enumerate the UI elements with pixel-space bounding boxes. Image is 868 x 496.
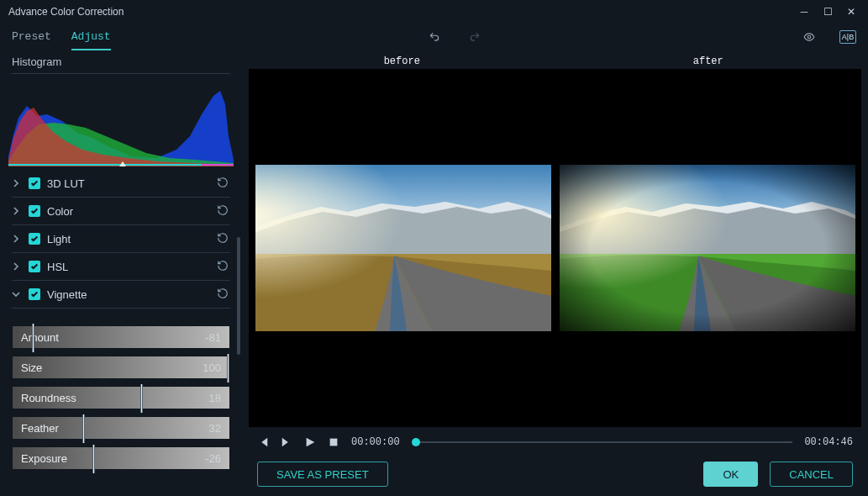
chevron-right-icon bbox=[12, 231, 22, 246]
slider-exposure[interactable]: Exposure -26 bbox=[12, 446, 230, 470]
sidebar-scrollbar[interactable] bbox=[237, 237, 240, 355]
chevron-right-icon bbox=[12, 259, 22, 274]
histogram-label: Histogram bbox=[12, 50, 230, 74]
total-time: 00:04:46 bbox=[804, 436, 853, 448]
checkbox-light[interactable] bbox=[29, 233, 40, 245]
chevron-down-icon bbox=[12, 287, 22, 302]
reset-icon[interactable] bbox=[217, 232, 230, 245]
transport-controls: 00:00:00 00:04:46 bbox=[249, 427, 861, 457]
section-label: Color bbox=[47, 205, 210, 218]
svg-point-0 bbox=[808, 35, 811, 39]
svg-rect-10 bbox=[330, 439, 338, 446]
reset-icon[interactable] bbox=[217, 288, 230, 301]
prev-frame-button[interactable] bbox=[257, 436, 269, 448]
undo-icon[interactable] bbox=[424, 27, 445, 47]
reset-icon[interactable] bbox=[217, 204, 230, 218]
playhead[interactable] bbox=[412, 438, 420, 446]
section-vignette[interactable]: Vignette bbox=[12, 281, 230, 309]
save-as-preset-button[interactable]: SAVE AS PRESET bbox=[257, 462, 388, 487]
sidebar: Histogram 3D LUT Color bbox=[0, 50, 242, 496]
maximize-button[interactable]: ☐ bbox=[816, 3, 839, 20]
slider-handle[interactable] bbox=[227, 354, 229, 383]
section-label: HSL bbox=[47, 261, 210, 273]
checkbox-vignette[interactable] bbox=[29, 288, 40, 300]
checkbox-hsl[interactable] bbox=[29, 261, 40, 272]
slider-label: Size bbox=[21, 361, 42, 374]
before-label: before bbox=[249, 55, 555, 69]
slider-amount[interactable]: Amount -81 bbox=[12, 325, 230, 349]
slider-value: 100 bbox=[203, 361, 221, 374]
adjust-sections: 3D LUT Color Light HSL bbox=[12, 170, 230, 309]
slider-label: Roundness bbox=[21, 392, 76, 404]
cancel-button[interactable]: CANCEL bbox=[770, 462, 853, 487]
next-frame-button[interactable] bbox=[281, 436, 292, 448]
slider-feather[interactable]: Feather 32 bbox=[12, 416, 230, 440]
vignette-sliders: Amount -81 Size 100 Roundness 18 Feather… bbox=[12, 325, 230, 470]
chevron-right-icon bbox=[12, 176, 22, 191]
reset-icon[interactable] bbox=[217, 260, 230, 273]
checkbox-color[interactable] bbox=[29, 205, 40, 217]
before-image bbox=[255, 165, 551, 331]
slider-size[interactable]: Size 100 bbox=[12, 356, 230, 379]
after-label: after bbox=[555, 55, 862, 69]
section-label: 3D LUT bbox=[47, 177, 210, 190]
current-time: 00:00:00 bbox=[351, 436, 400, 448]
slider-value: 32 bbox=[209, 422, 221, 435]
svg-rect-9 bbox=[560, 165, 855, 331]
minimize-button[interactable]: ─ bbox=[792, 3, 816, 20]
section-color[interactable]: Color bbox=[12, 198, 230, 225]
slider-value: 18 bbox=[209, 392, 221, 404]
preview-pane: before after bbox=[242, 50, 868, 496]
slider-value: -81 bbox=[205, 331, 221, 344]
eye-icon[interactable] bbox=[799, 27, 819, 47]
histogram bbox=[12, 77, 230, 170]
play-button[interactable] bbox=[304, 436, 316, 448]
stop-button[interactable] bbox=[328, 436, 339, 448]
title-bar: Advance Color Correction ─ ☐ ✕ bbox=[0, 0, 868, 24]
slider-label: Exposure bbox=[21, 452, 67, 465]
seek-bar[interactable] bbox=[412, 436, 793, 448]
section-3d-lut[interactable]: 3D LUT bbox=[12, 170, 230, 198]
slider-label: Feather bbox=[21, 422, 59, 435]
ok-button[interactable]: OK bbox=[703, 462, 758, 487]
compare-ab-button[interactable]: A|B bbox=[839, 30, 856, 44]
tab-bar: Preset Adjust A|B bbox=[0, 24, 868, 50]
close-button[interactable]: ✕ bbox=[839, 3, 863, 20]
tab-preset[interactable]: Preset bbox=[12, 24, 51, 50]
reset-icon[interactable] bbox=[217, 177, 230, 190]
section-light[interactable]: Light bbox=[12, 225, 230, 253]
slider-label: Amount bbox=[21, 331, 59, 344]
section-label: Light bbox=[47, 233, 210, 245]
slider-roundness[interactable]: Roundness 18 bbox=[12, 386, 230, 409]
window-title: Advance Color Correction bbox=[8, 6, 792, 18]
section-hsl[interactable]: HSL bbox=[12, 253, 230, 281]
after-image bbox=[560, 165, 855, 331]
chevron-right-icon bbox=[12, 203, 22, 219]
slider-handle[interactable] bbox=[82, 414, 85, 443]
footer: SAVE AS PRESET OK CANCEL bbox=[249, 457, 861, 491]
checkbox-3d-lut[interactable] bbox=[29, 177, 40, 189]
redo-icon[interactable] bbox=[465, 27, 485, 47]
svg-rect-5 bbox=[255, 165, 551, 331]
tab-adjust[interactable]: Adjust bbox=[71, 24, 111, 50]
slider-value: -26 bbox=[205, 452, 221, 465]
svg-rect-2 bbox=[202, 164, 234, 166]
slider-handle[interactable] bbox=[92, 445, 95, 473]
section-label: Vignette bbox=[47, 288, 210, 301]
slider-handle[interactable] bbox=[140, 384, 143, 413]
slider-handle[interactable] bbox=[32, 324, 34, 352]
preview-images bbox=[249, 69, 861, 427]
